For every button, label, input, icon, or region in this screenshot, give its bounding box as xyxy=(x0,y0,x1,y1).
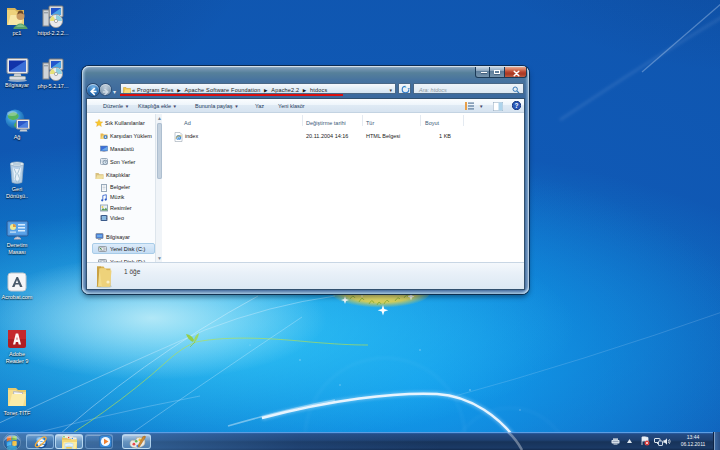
svg-text:?: ? xyxy=(515,102,519,109)
